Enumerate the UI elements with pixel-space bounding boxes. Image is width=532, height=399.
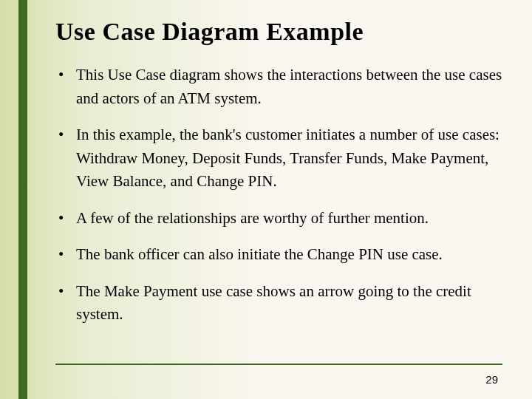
list-item: In this example, the bank's customer ini…	[55, 123, 502, 194]
list-item: The bank officer can also initiate the C…	[55, 243, 502, 267]
bullet-list: This Use Case diagram shows the interact…	[55, 64, 502, 327]
page-number: 29	[485, 373, 498, 386]
footer-divider	[55, 364, 502, 365]
list-item: This Use Case diagram shows the interact…	[55, 64, 502, 110]
list-item: The Make Payment use case shows an arrow…	[55, 280, 502, 327]
slide-content: Use Case Diagram Example This Use Case d…	[0, 0, 532, 327]
list-item: A few of the relationships are worthy of…	[55, 207, 502, 231]
sidebar-accent-stripe	[18, 0, 27, 399]
slide-title: Use Case Diagram Example	[55, 18, 502, 46]
